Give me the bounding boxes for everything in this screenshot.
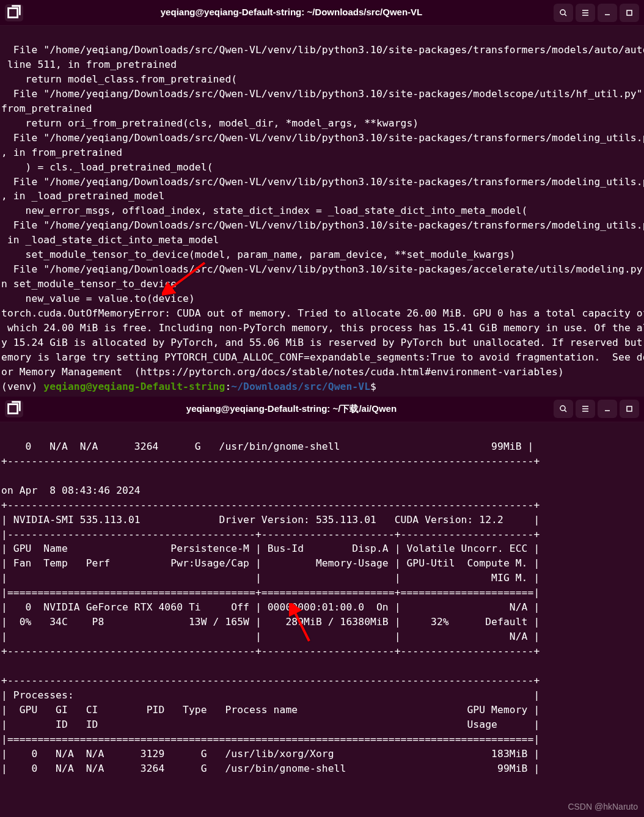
menu-button[interactable] (576, 400, 595, 418)
terminal-output-bottom[interactable]: 0 N/A N/A 3264 G /usr/bin/gnome-shell 99… (0, 422, 644, 779)
nvidia-smi-line: | 0 NVIDIA GeForce RTX 4060 Ti Off | 000… (1, 601, 540, 613)
prompt-venv: (venv) (1, 381, 43, 392)
terminal-output-top[interactable]: File "/home/yeqiang/Downloads/src/Qwen-V… (0, 26, 644, 397)
error-line: y 15.24 GiB is allocated by PyTorch, and… (1, 337, 644, 348)
traceback-line: File "/home/yeqiang/Downloads/src/Qwen-V… (1, 176, 644, 188)
prompt-path: ~/Downloads/src/Qwen-VL (231, 381, 370, 392)
traceback-line: File "/home/yeqiang/Downloads/src/Qwen-V… (1, 219, 644, 231)
new-tab-button[interactable] (5, 400, 23, 417)
search-button[interactable] (554, 4, 573, 22)
nvidia-smi-line: |---------------------------------------… (1, 529, 540, 540)
nvidia-smi-line: on Apr 8 08:43:46 2024 (1, 485, 141, 496)
error-line: or Memory Management (https://pytorch.or… (1, 366, 564, 378)
prompt-colon: : (225, 381, 231, 392)
nvidia-smi-line: | Fan Temp Perf Pwr:Usage/Cap | Memory-U… (1, 557, 540, 569)
nvidia-smi-line: +---------------------------------------… (1, 499, 540, 511)
traceback-line: set_module_tensor_to_device(model, param… (1, 249, 516, 260)
traceback-line: new_error_msgs, offload_index, state_dic… (1, 205, 528, 216)
nvidia-smi-line: +---------------------------------------… (1, 455, 540, 467)
nvidia-smi-line: | 0% 34C P8 13W / 165W | 289MiB / 16380M… (1, 616, 540, 628)
window-title-bottom: yeqiang@yeqiang-Default-string: ~/下载/ai/… (29, 402, 554, 416)
nvidia-smi-line: | GPU GI CI PID Type Process name GPU Me… (1, 704, 540, 716)
nvidia-smi-line: | NVIDIA-SMI 535.113.01 Driver Version: … (1, 514, 540, 526)
error-line: emory is large try setting PYTORCH_CUDA_… (1, 351, 644, 363)
terminal-window-bottom: yeqiang@yeqiang-Default-string: ~/下载/ai/… (0, 397, 644, 779)
new-tab-button[interactable] (5, 4, 23, 21)
traceback-line: from_pretrained (1, 103, 92, 114)
traceback-line: File "/home/yeqiang/Downloads/src/Qwen-V… (1, 44, 644, 56)
nvidia-smi-line: | 0 N/A N/A 3264 G /usr/bin/gnome-shell … (1, 763, 540, 774)
nvidia-smi-line: | 0 N/A N/A 3129 G /usr/lib/xorg/Xorg 18… (1, 748, 540, 760)
nvidia-smi-line: | GPU Name Persistence-M | Bus-Id Disp.A… (1, 543, 540, 554)
error-line: torch.cuda.OutOfMemoryError: CUDA out of… (1, 307, 644, 319)
error-line: which 24.00 MiB is free. Including non-P… (1, 322, 644, 334)
prompt-end: $ (370, 381, 382, 392)
minimize-button[interactable] (598, 4, 617, 22)
traceback-line: return ori_from_pretrained(cls, model_di… (1, 117, 419, 129)
svg-rect-0 (9, 8, 18, 17)
traceback-line: , in from_pretrained (1, 147, 122, 158)
svg-rect-2 (627, 10, 632, 15)
traceback-line: n set_module_tensor_to_device (1, 278, 177, 290)
maximize-button[interactable] (620, 400, 639, 418)
svg-point-6 (560, 406, 565, 411)
nvidia-smi-line: |=======================================… (1, 587, 540, 598)
maximize-button[interactable] (620, 4, 639, 22)
svg-point-1 (560, 10, 565, 15)
nvidia-smi-line: +---------------------------------------… (1, 645, 540, 657)
traceback-line: in _load_state_dict_into_meta_model (1, 234, 219, 246)
svg-rect-7 (627, 406, 632, 411)
nvidia-smi-line: +---------------------------------------… (1, 675, 540, 686)
nvidia-smi-line: | Processes: | (1, 689, 540, 701)
nvidia-smi-line: | ID ID Usage | (1, 719, 540, 730)
terminal-window-top: yeqiang@yeqiang-Default-string: ~/Downlo… (0, 0, 644, 397)
traceback-line: return model_class.from_pretrained( (1, 73, 237, 85)
traceback-line: File "/home/yeqiang/Downloads/src/Qwen-V… (1, 263, 644, 275)
traceback-line: new_value = value.to(device) (1, 293, 195, 304)
nvidia-smi-line: | | | MIG M. | (1, 572, 540, 584)
titlebar-bottom: yeqiang@yeqiang-Default-string: ~/下载/ai/… (0, 397, 644, 422)
nvidia-smi-line: 0 N/A N/A 3264 G /usr/bin/gnome-shell 99… (1, 441, 533, 452)
traceback-line: line 511, in from_pretrained (1, 59, 177, 70)
traceback-line: ) = cls._load_pretrained_model( (1, 161, 213, 173)
traceback-line: , in _load_pretrained_model (1, 190, 164, 202)
svg-rect-5 (9, 405, 18, 414)
window-title-top: yeqiang@yeqiang-Default-string: ~/Downlo… (29, 5, 554, 20)
minimize-button[interactable] (598, 400, 617, 418)
menu-button[interactable] (576, 4, 595, 22)
watermark: CSDN @hkNaruto (568, 801, 638, 813)
titlebar-top: yeqiang@yeqiang-Default-string: ~/Downlo… (0, 0, 644, 26)
traceback-line: File "/home/yeqiang/Downloads/src/Qwen-V… (1, 132, 644, 144)
nvidia-smi-line: | | | N/A | (1, 631, 540, 642)
nvidia-smi-line: |=======================================… (1, 733, 540, 745)
traceback-line: File "/home/yeqiang/Downloads/src/Qwen-V… (1, 88, 644, 100)
prompt-user: yeqiang@yeqiang-Default-string (43, 381, 225, 392)
search-button[interactable] (554, 400, 573, 418)
